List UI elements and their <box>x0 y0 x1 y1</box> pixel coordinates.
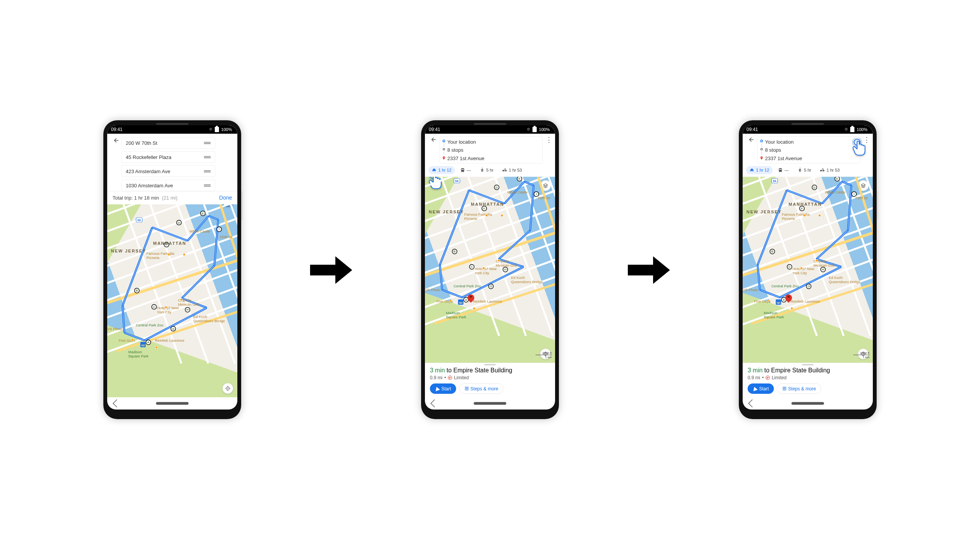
status-bar: 09:41 100% <box>425 125 555 134</box>
steps-and-more-button[interactable]: Steps & more <box>459 383 503 394</box>
route-stop-e[interactable]: E <box>517 177 522 181</box>
route-stop-h[interactable]: H <box>185 307 190 312</box>
route-stop-c[interactable]: C <box>469 264 475 269</box>
parking-icon: P <box>766 375 770 380</box>
eta-time: 3 min <box>430 367 445 374</box>
start-navigation-button[interactable]: Start <box>430 383 456 394</box>
poi-pin-icon <box>767 299 769 302</box>
android-nav-bar <box>425 397 555 410</box>
walk-icon <box>797 168 802 172</box>
battery-percent: 100% <box>539 127 550 132</box>
stop-field[interactable]: 1030 Amsterdam Ave <box>121 180 215 191</box>
route-stop-c[interactable]: C <box>787 264 792 269</box>
speaker <box>792 123 824 125</box>
route-card[interactable]: Your location 8 stops 2337 1st Avenue <box>439 136 542 164</box>
map[interactable]: ABCDEFGHI2000 ft1 kmMANHATTANNEW JERSEYC… <box>425 177 555 363</box>
drag-handle-icon[interactable] <box>204 156 211 157</box>
route-stop-a[interactable]: A <box>146 339 151 345</box>
sheet-drag-handle[interactable] <box>484 364 496 365</box>
map-label: Central Park Zoo <box>771 284 799 288</box>
dots-icon <box>444 143 444 147</box>
route-stop-b[interactable]: B <box>770 249 775 254</box>
navigate-icon <box>752 386 758 391</box>
map-label: Reinlieb Laurence <box>155 338 185 342</box>
screen: 09:41 100% You <box>743 125 873 410</box>
tab-bike[interactable]: 1 hr 53 <box>499 166 525 174</box>
stop-field[interactable]: 45 Rockefeller Plaza <box>121 151 215 163</box>
poi-pin-icon <box>155 346 158 349</box>
tab-bike[interactable]: 1 hr 53 <box>817 166 843 174</box>
drag-handle-icon[interactable] <box>204 142 211 143</box>
route-bottom-sheet[interactable]: 3 min to Empire State Building 0.9 mi • … <box>743 363 873 397</box>
highway-shield: 9A <box>136 217 142 222</box>
my-location-button[interactable] <box>222 383 233 394</box>
route-card[interactable]: Your location 8 stops 2337 1st Avenue <box>757 136 860 164</box>
eta-destination: to Empire State Building <box>445 367 512 374</box>
sheet-drag-handle[interactable] <box>802 364 813 365</box>
tab-drive[interactable]: 1 hr 12 <box>746 166 773 174</box>
tab-duration: 1 hr 12 <box>756 167 769 172</box>
route-stop-g[interactable]: G <box>488 283 494 289</box>
separator-dot: • <box>762 375 764 380</box>
dots-icon <box>761 151 762 155</box>
route-stop-d[interactable]: D <box>494 185 500 190</box>
poi-pin-icon <box>449 299 452 302</box>
android-home-button[interactable] <box>792 402 824 405</box>
tab-walk[interactable]: 5 hr <box>476 166 497 174</box>
route-stop-d[interactable]: D <box>812 185 817 190</box>
list-icon <box>464 387 469 390</box>
route-stop-e[interactable]: E <box>200 211 206 216</box>
android-home-button[interactable] <box>474 402 506 405</box>
origin-label: Your location <box>765 139 802 145</box>
route-stop-d[interactable]: D <box>176 220 182 225</box>
car-icon <box>750 168 754 172</box>
tab-transit[interactable]: — <box>457 166 474 174</box>
speaker <box>474 123 506 125</box>
android-back-button[interactable] <box>430 399 438 407</box>
android-back-button[interactable] <box>113 399 121 407</box>
poi-pin-icon <box>803 214 806 217</box>
eta-heading: 3 min to Empire State Building <box>748 367 868 374</box>
train-icon <box>778 168 782 172</box>
route-stop-i[interactable]: I <box>217 226 222 232</box>
eta-time: 3 min <box>748 367 763 374</box>
start-navigation-button[interactable]: Start <box>748 383 774 394</box>
route-stop-e[interactable]: E <box>835 177 840 181</box>
stop-address: 200 W 70th St <box>126 140 157 146</box>
tab-drive[interactable]: 1 hr 12 <box>428 166 455 174</box>
route-stop-b[interactable]: B <box>452 249 457 254</box>
battery-percent: 100% <box>221 127 232 132</box>
tab-walk[interactable]: 5 hr <box>794 166 815 174</box>
parking-label: Limited <box>772 375 787 380</box>
android-back-button[interactable] <box>748 399 756 407</box>
map-label: Madison Square Park <box>446 311 466 319</box>
overflow-menu-button[interactable]: ⋮ <box>863 136 870 143</box>
overflow-menu-button[interactable]: ⋮ <box>545 136 552 143</box>
route-distance: 0.9 mi <box>430 375 443 380</box>
route-stop-c[interactable]: C <box>152 304 157 310</box>
steps-and-more-button[interactable]: Steps & more <box>777 383 821 394</box>
route-stop-g[interactable]: G <box>171 326 176 331</box>
back-button[interactable] <box>113 137 119 144</box>
destination-label: 2337 1st Avenue <box>448 155 485 161</box>
route-stop-g[interactable]: G <box>806 283 812 289</box>
drag-handle-icon[interactable] <box>204 184 211 185</box>
route-subline: 0.9 mi • P Limited <box>430 375 550 380</box>
back-button[interactable] <box>748 136 755 143</box>
maps-app: Your location 8 stops 2337 1st Avenue ⋮ … <box>425 134 555 397</box>
trip-summary: Total trip: 1 hr 18 min (21 mi) Done <box>107 191 237 205</box>
tab-transit[interactable]: — <box>774 166 792 174</box>
done-button[interactable]: Done <box>219 195 232 201</box>
map-label: Hotel 57 New York City <box>475 267 497 275</box>
route-bottom-sheet[interactable]: 3 min to Empire State Building 0.9 mi • … <box>425 363 555 397</box>
map-label: Madison Square Park <box>764 311 784 319</box>
stop-field[interactable]: 200 W 70th St <box>121 137 215 149</box>
back-button[interactable] <box>430 136 437 143</box>
stop-field[interactable]: 423 Amsterdam Ave <box>121 165 215 177</box>
map[interactable]: ABCDEFGHIMANHATTANNEW JERSEYCentral Park… <box>107 204 237 397</box>
route-stop-b[interactable]: B <box>134 288 140 293</box>
map[interactable]: ABCDEFGHI2000 ft1 kmMANHATTANNEW JERSEYC… <box>743 177 873 363</box>
eta-destination: to Empire State Building <box>763 367 830 374</box>
android-home-button[interactable] <box>156 402 189 405</box>
drag-handle-icon[interactable] <box>204 170 211 171</box>
